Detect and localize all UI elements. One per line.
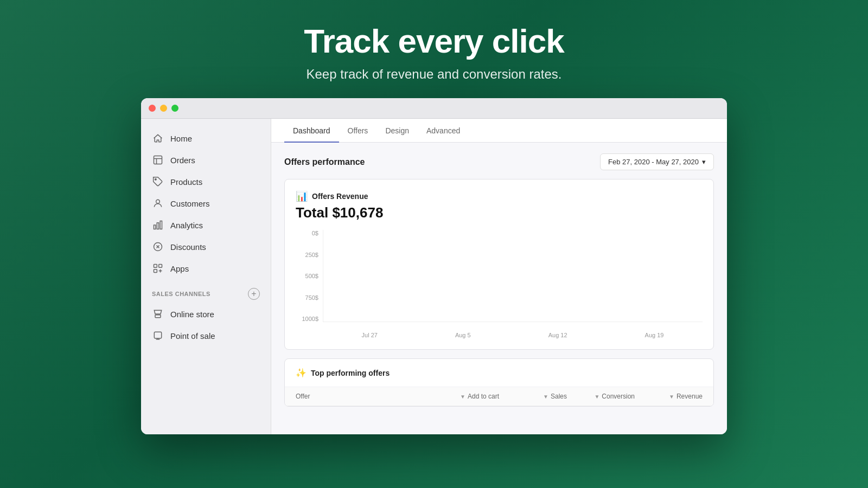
offers-title: Top performing offers <box>311 369 390 377</box>
sort-icon-revenue: ▼ <box>669 394 674 400</box>
sidebar-label-online-store: Online store <box>170 310 214 319</box>
svg-rect-4 <box>157 223 158 229</box>
hero-title: Track every click <box>304 22 564 60</box>
col-revenue-label: Revenue <box>676 393 703 400</box>
col-header-sales[interactable]: ▼ Sales <box>499 393 567 400</box>
apps-icon <box>152 262 164 274</box>
sidebar-item-point-of-sale[interactable]: Point of sale <box>141 325 271 346</box>
sidebar-label-discounts: Discounts <box>170 242 206 252</box>
svg-point-1 <box>155 179 157 181</box>
hero-subtitle: Keep track of revenue and conversion rat… <box>304 67 564 82</box>
table-header: Offer ▼ Add to cart ▼ Sales ▼ Conversi <box>285 387 713 406</box>
sort-icon-cart: ▼ <box>460 394 465 400</box>
performance-header: Offers performance Feb 27, 2020 - May 27… <box>284 153 714 170</box>
svg-rect-5 <box>160 221 162 229</box>
x-label-aug5: Aug 5 <box>455 332 471 338</box>
top-offers-card: ✨ Top performing offers Offer ▼ Add to c… <box>284 358 714 407</box>
y-axis: 1000$ 750$ 500$ 250$ 0$ <box>296 230 323 322</box>
svg-rect-11 <box>154 332 161 338</box>
offers-header-row: ✨ Top performing offers <box>285 359 713 387</box>
sidebar-item-orders[interactable]: Orders <box>141 149 271 171</box>
orders-icon <box>152 154 164 166</box>
svg-rect-10 <box>155 315 161 318</box>
y-label-0: 1000$ <box>296 316 323 322</box>
sidebar-label-orders: Orders <box>170 156 195 165</box>
x-axis: Jul 27 Aug 5 Aug 12 Aug 19 <box>323 323 703 338</box>
col-header-conversion[interactable]: ▼ Conversion <box>567 393 635 400</box>
sidebar-label-products: Products <box>170 177 202 187</box>
sidebar-item-discounts[interactable]: Discounts <box>141 236 271 258</box>
sidebar-label-apps: Apps <box>170 264 189 273</box>
tab-offers[interactable]: Offers <box>339 119 377 143</box>
col-header-revenue[interactable]: ▼ Revenue <box>635 393 703 400</box>
x-label-aug12: Aug 12 <box>548 332 567 338</box>
chart-bar-icon: 📊 <box>296 190 308 202</box>
pos-icon <box>152 330 164 342</box>
tabs-bar: Dashboard Offers Design Advanced <box>271 119 727 143</box>
y-label-4: 0$ <box>296 230 323 236</box>
store-icon <box>152 308 164 320</box>
discounts-icon <box>152 241 164 253</box>
dropdown-arrow-icon: ▾ <box>702 158 706 166</box>
sales-channels-label: SALES CHANNELS <box>152 291 210 297</box>
col-sales-label: Sales <box>551 393 567 400</box>
add-sales-channel-button[interactable]: + <box>248 288 260 300</box>
sidebar-label-point-of-sale: Point of sale <box>170 331 215 341</box>
app-window: Home Orders Products <box>141 98 727 434</box>
x-label-aug19: Aug 19 <box>645 332 664 338</box>
col-header-offer[interactable]: Offer <box>296 393 431 400</box>
customers-icon <box>152 197 164 209</box>
main-content: Dashboard Offers Design Advanced Offers … <box>271 119 727 434</box>
chart-container: 1000$ 750$ 500$ 250$ 0$ Jul 27 Aug 5 <box>296 230 703 338</box>
tab-advanced[interactable]: Advanced <box>418 119 469 143</box>
col-conversion-label: Conversion <box>602 393 635 400</box>
y-label-3: 250$ <box>296 252 323 258</box>
chart-title: Offers Revenue <box>312 192 368 201</box>
col-header-add-to-cart[interactable]: ▼ Add to cart <box>431 393 499 400</box>
chart-card: 📊 Offers Revenue Total $10,678 1000$ 750… <box>284 179 714 350</box>
svg-rect-3 <box>154 225 156 229</box>
sales-channels-header: SALES CHANNELS + <box>141 279 271 303</box>
col-offer-label: Offer <box>296 393 310 400</box>
svg-rect-8 <box>159 265 162 268</box>
maximize-dot[interactable] <box>171 105 178 112</box>
window-titlebar <box>141 98 727 119</box>
analytics-icon <box>152 219 164 231</box>
tab-dashboard[interactable]: Dashboard <box>284 119 339 143</box>
section-title: Offers performance <box>284 157 365 167</box>
svg-rect-7 <box>154 265 157 268</box>
date-range-picker[interactable]: Feb 27, 2020 - May 27, 2020 ▾ <box>600 153 714 170</box>
sparkle-icon: ✨ <box>296 368 307 378</box>
hero-section: Track every click Keep track of revenue … <box>304 0 564 98</box>
sidebar-item-apps[interactable]: Apps <box>141 258 271 279</box>
svg-point-2 <box>156 200 160 203</box>
x-label-jul27: Jul 27 <box>362 332 378 338</box>
y-label-1: 750$ <box>296 294 323 301</box>
chart-header: 📊 Offers Revenue <box>296 190 703 202</box>
svg-rect-9 <box>154 269 157 273</box>
date-range-value: Feb 27, 2020 - May 27, 2020 <box>608 158 699 166</box>
sidebar-item-products[interactable]: Products <box>141 171 271 192</box>
sidebar-label-customers: Customers <box>170 199 210 208</box>
sidebar-label-analytics: Analytics <box>170 221 203 230</box>
sidebar-item-analytics[interactable]: Analytics <box>141 214 271 236</box>
tab-design[interactable]: Design <box>376 119 418 143</box>
content-area: Offers performance Feb 27, 2020 - May 27… <box>271 143 727 434</box>
sort-icon-conversion: ▼ <box>594 394 599 400</box>
sidebar-label-home: Home <box>170 134 192 143</box>
bars-area <box>323 230 703 322</box>
close-dot[interactable] <box>149 105 156 112</box>
x-labels-row: Jul 27 Aug 5 Aug 12 Aug 19 <box>323 332 703 338</box>
y-label-2: 500$ <box>296 273 323 279</box>
window-body: Home Orders Products <box>141 119 727 434</box>
sort-icon-sales: ▼ <box>543 394 548 400</box>
chart-total: Total $10,678 <box>296 204 703 221</box>
sidebar-item-home[interactable]: Home <box>141 127 271 149</box>
col-cart-label: Add to cart <box>468 393 499 400</box>
products-icon <box>152 176 164 188</box>
minimize-dot[interactable] <box>160 105 167 112</box>
sidebar-item-customers[interactable]: Customers <box>141 192 271 214</box>
sidebar-item-online-store[interactable]: Online store <box>141 303 271 325</box>
home-icon <box>152 132 164 144</box>
sidebar: Home Orders Products <box>141 119 271 434</box>
